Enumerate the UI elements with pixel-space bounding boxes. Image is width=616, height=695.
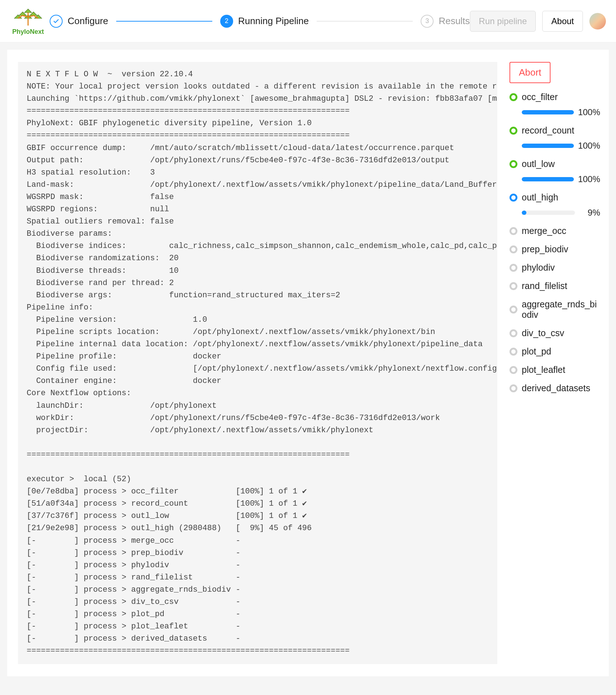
stage-row: plot_leaflet bbox=[509, 365, 600, 375]
progress-percent: 100% bbox=[578, 174, 600, 184]
stage-name: derived_datasets bbox=[522, 383, 590, 393]
step-running[interactable]: 2 Running Pipeline bbox=[220, 15, 309, 28]
step-connector bbox=[317, 21, 413, 22]
progress-percent: 100% bbox=[578, 107, 600, 117]
status-pending-icon bbox=[509, 282, 517, 290]
stage-item: aggregate_rnds_biodiv bbox=[509, 299, 600, 320]
stage-item: phylodiv bbox=[509, 262, 600, 273]
progress-bar bbox=[522, 177, 574, 181]
logo-text: PhyloNext bbox=[12, 28, 44, 36]
progress-bar bbox=[522, 211, 575, 215]
stage-item: plot_pd bbox=[509, 346, 600, 357]
status-pending-icon bbox=[509, 245, 517, 253]
step-label: Results bbox=[439, 15, 470, 27]
stage-item: outl_low100% bbox=[509, 159, 600, 184]
pipeline-stepper: Configure 2 Running Pipeline 3 Results bbox=[50, 15, 470, 28]
stage-item: div_to_csv bbox=[509, 328, 600, 338]
stage-name: record_count bbox=[522, 125, 574, 136]
stage-item: prep_biodiv bbox=[509, 244, 600, 254]
stage-name: outl_low bbox=[522, 159, 555, 169]
step-label: Running Pipeline bbox=[238, 15, 309, 27]
stage-item: outl_high9% bbox=[509, 192, 600, 218]
app-logo: PhyloNext bbox=[10, 6, 46, 36]
status-pending-icon bbox=[509, 306, 517, 313]
progress-bar-fill bbox=[522, 177, 574, 181]
status-done-icon bbox=[509, 93, 517, 101]
check-icon bbox=[50, 15, 63, 28]
stage-name: aggregate_rnds_biodiv bbox=[522, 299, 600, 320]
stage-item: record_count100% bbox=[509, 125, 600, 151]
status-pending-icon bbox=[509, 329, 517, 337]
stage-name: rand_filelist bbox=[522, 281, 567, 291]
stage-item: derived_datasets bbox=[509, 383, 600, 393]
abort-button[interactable]: Abort bbox=[509, 62, 551, 83]
header-actions: Run pipeline About bbox=[470, 11, 606, 32]
progress-bar bbox=[522, 144, 574, 148]
step-configure[interactable]: Configure bbox=[50, 15, 108, 28]
stage-row: prep_biodiv bbox=[509, 244, 600, 254]
app-header: PhyloNext Configure 2 Running Pipeline 3… bbox=[0, 0, 616, 42]
progress-bar bbox=[522, 110, 574, 114]
svg-marker-0 bbox=[24, 9, 32, 13]
stage-progress: 100% bbox=[522, 174, 600, 184]
stage-item: rand_filelist bbox=[509, 281, 600, 291]
status-pending-icon bbox=[509, 348, 517, 356]
stage-name: plot_pd bbox=[522, 346, 551, 357]
stage-name: outl_high bbox=[522, 192, 558, 203]
stage-item: plot_leaflet bbox=[509, 365, 600, 375]
progress-bar-fill bbox=[522, 211, 526, 215]
status-running-icon bbox=[509, 194, 517, 202]
stage-progress: 9% bbox=[522, 208, 600, 218]
main-content: N E X T F L O W ~ version 22.10.4 NOTE: … bbox=[7, 50, 609, 676]
stage-name: merge_occ bbox=[522, 226, 566, 236]
progress-bar-fill bbox=[522, 110, 574, 114]
step-number-icon: 3 bbox=[421, 15, 434, 28]
stage-name: phylodiv bbox=[522, 262, 555, 273]
stage-row: record_count bbox=[509, 125, 600, 136]
status-done-icon bbox=[509, 127, 517, 135]
stage-progress: 100% bbox=[522, 107, 600, 117]
step-connector bbox=[116, 21, 212, 22]
stage-name: occ_filter bbox=[522, 92, 558, 102]
status-pending-icon bbox=[509, 384, 517, 392]
stage-row: aggregate_rnds_biodiv bbox=[509, 299, 600, 320]
status-pending-icon bbox=[509, 264, 517, 272]
stage-row: phylodiv bbox=[509, 262, 600, 273]
stage-progress: 100% bbox=[522, 141, 600, 151]
progress-percent: 9% bbox=[579, 208, 600, 218]
status-pending-icon bbox=[509, 227, 517, 235]
stage-name: prep_biodiv bbox=[522, 244, 568, 254]
stage-name: div_to_csv bbox=[522, 328, 564, 338]
run-pipeline-button: Run pipeline bbox=[470, 11, 536, 32]
stage-name: plot_leaflet bbox=[522, 365, 565, 375]
stage-item: merge_occ bbox=[509, 226, 600, 236]
stage-item: occ_filter100% bbox=[509, 92, 600, 117]
stage-row: occ_filter bbox=[509, 92, 600, 102]
stage-row: div_to_csv bbox=[509, 328, 600, 338]
progress-percent: 100% bbox=[578, 141, 600, 151]
step-label: Configure bbox=[68, 15, 108, 27]
stage-row: outl_low bbox=[509, 159, 600, 169]
about-button[interactable]: About bbox=[542, 11, 583, 32]
status-done-icon bbox=[509, 160, 517, 168]
stage-row: rand_filelist bbox=[509, 281, 600, 291]
stage-row: plot_pd bbox=[509, 346, 600, 357]
stage-row: outl_high bbox=[509, 192, 600, 203]
user-avatar[interactable] bbox=[589, 13, 606, 30]
status-pending-icon bbox=[509, 366, 517, 374]
phylonext-tree-icon bbox=[10, 6, 46, 29]
progress-bar-fill bbox=[522, 144, 574, 148]
step-results: 3 Results bbox=[421, 15, 470, 28]
nextflow-console-output: N E X T F L O W ~ version 22.10.4 NOTE: … bbox=[18, 62, 497, 664]
step-number-icon: 2 bbox=[220, 15, 233, 28]
stage-row: derived_datasets bbox=[509, 383, 600, 393]
stage-row: merge_occ bbox=[509, 226, 600, 236]
pipeline-stages-panel: Abort occ_filter100%record_count100%outl… bbox=[509, 62, 603, 664]
